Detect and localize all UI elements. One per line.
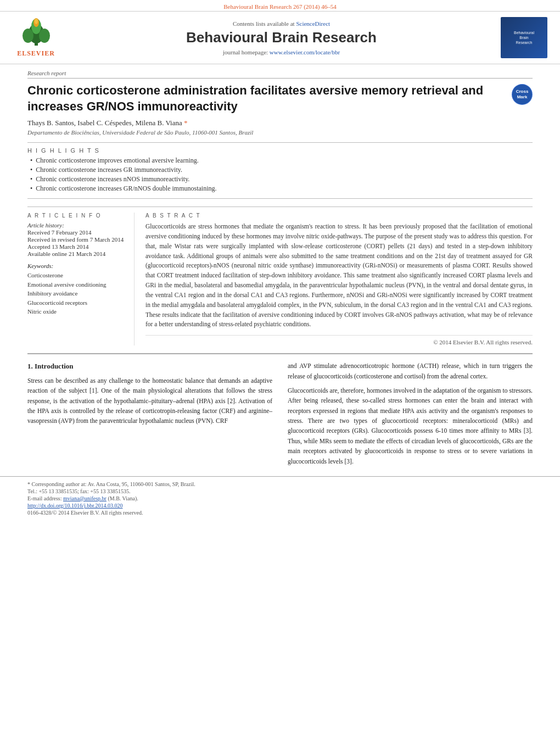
journal-homepage: journal homepage: www.elsevier.com/locat… <box>68 49 495 55</box>
elsevier-label: ELSEVIER <box>17 49 55 58</box>
footer-section: * Corresponding author at: Av. Ana Costa… <box>0 476 560 520</box>
page: Behavioural Brain Research 267 (2014) 46… <box>0 0 560 742</box>
highlight-item-4: Chronic corticosterone increases GR/nNOS… <box>30 185 533 193</box>
sciencedirect-link[interactable]: ScienceDirect <box>296 20 330 27</box>
abstract-text: Glucocorticoids are stress hormones that… <box>145 222 533 330</box>
doi-line: http://dx.doi.org/10.1016/j.bbr.2014.03.… <box>27 503 533 509</box>
elsevier-tree-icon <box>17 18 55 48</box>
elsevier-logo: ELSEVIER <box>10 18 62 58</box>
body-two-col: 1. Introduction Stress can be described … <box>27 361 533 471</box>
highlight-item-3: Chronic corticosterone increases nNOS im… <box>30 175 533 183</box>
keywords-section: Keywords: Corticosterone Emotional avers… <box>27 263 126 316</box>
homepage-link[interactable]: www.elsevier.com/locate/bbr <box>270 49 340 55</box>
history-label: Article history: <box>27 222 64 228</box>
contents-available: Contents lists available at ScienceDirec… <box>68 20 495 27</box>
intro-para-3: Glucocorticoids are, therefore, hormones… <box>288 386 533 466</box>
article-info-title: A R T I C L E I N F O <box>27 213 126 219</box>
affiliation: Departamento de Biociências, Universidad… <box>27 129 533 136</box>
email-link[interactable]: mviana@unifesp.br <box>63 495 107 501</box>
highlights-list: Chronic corticosterone improves emotiona… <box>27 157 533 193</box>
journal-logo-right: Behavioural Brain Research <box>501 17 550 58</box>
svg-point-3 <box>39 29 50 43</box>
keyword-1: Corticosterone <box>27 271 126 280</box>
article-info-col: A R T I C L E I N F O Article history: R… <box>27 213 135 345</box>
keyword-3: Inhibitory avoidance <box>27 289 126 298</box>
journal-title: Behavioural Brain Research <box>68 29 495 46</box>
article-title-text: Chronic corticosterone administration fa… <box>27 83 506 114</box>
section-label: Research report <box>27 70 533 79</box>
article-history: Article history: Received 7 February 201… <box>27 222 126 257</box>
tel-fax: Tel.: +55 13 33851535; fax: +55 13 33851… <box>27 488 533 494</box>
svg-text:Mark: Mark <box>517 94 528 99</box>
journal-header: ELSEVIER Contents lists available at Sci… <box>0 11 560 64</box>
highlight-item-2: Chronic corticosterone increases GR immu… <box>30 166 533 174</box>
abstract-col: A B S T R A C T Glucocorticoids are stre… <box>145 213 533 345</box>
email-line: E-mail address: mviana@unifesp.br (M.B. … <box>27 495 533 501</box>
intro-heading: 1. Introduction <box>27 361 272 372</box>
article-main: Research report Chronic corticosterone a… <box>0 64 560 476</box>
intro-para-2: and AVP stimulate adrenocorticotropic ho… <box>288 361 533 381</box>
journal-center: Contents lists available at ScienceDirec… <box>68 20 495 55</box>
abstract-title: A B S T R A C T <box>145 213 533 219</box>
journal-logo-text: Behavioural Brain Research <box>514 30 534 45</box>
available-date: Available online 21 March 2014 <box>27 250 126 257</box>
crossmark-icon: Cross Mark <box>512 84 533 105</box>
body-right-col: and AVP stimulate adrenocorticotropic ho… <box>288 361 533 471</box>
received-date: Received 7 February 2014 <box>27 229 126 236</box>
svg-text:Cross: Cross <box>516 89 529 94</box>
body-section: 1. Introduction Stress can be described … <box>27 353 533 471</box>
keyword-4: Glucocorticoid receptors <box>27 298 126 308</box>
copyright-line: © 2014 Elsevier B.V. All rights reserved… <box>145 335 533 345</box>
doi-link[interactable]: http://dx.doi.org/10.1016/j.bbr.2014.03.… <box>27 503 122 509</box>
svg-point-2 <box>23 29 33 43</box>
info-abstract-cols: A R T I C L E I N F O Article history: R… <box>27 207 533 345</box>
keyword-5: Nitric oxide <box>27 307 126 316</box>
highlights-section: H I G H L I G H T S Chronic corticostero… <box>27 142 533 199</box>
article-title-block: Chronic corticosterone administration fa… <box>27 83 533 114</box>
keywords-label: Keywords: <box>27 263 126 269</box>
highlight-item-1: Chronic corticosterone improves emotiona… <box>30 157 533 165</box>
highlights-title: H I G H L I G H T S <box>27 147 533 154</box>
corresponding-note: * Corresponding author at: Av. Ana Costa… <box>27 481 533 487</box>
issn-line: 0166-4328/© 2014 Elsevier B.V. All right… <box>27 510 533 516</box>
keyword-2: Emotional aversive conditioning <box>27 280 126 289</box>
authors: Thays B. Santos, Isabel C. Céspedes, Mil… <box>27 119 533 127</box>
body-left-col: 1. Introduction Stress can be described … <box>27 361 272 471</box>
intro-para-1: Stress can be described as any challenge… <box>27 376 272 426</box>
accepted-date: Accepted 13 March 2014 <box>27 243 126 250</box>
journal-reference: Behavioural Brain Research 267 (2014) 46… <box>0 0 560 11</box>
crossmark-badge[interactable]: Cross Mark <box>512 84 533 105</box>
svg-point-6 <box>35 19 38 24</box>
revised-date: Received in revised form 7 March 2014 <box>27 236 126 243</box>
